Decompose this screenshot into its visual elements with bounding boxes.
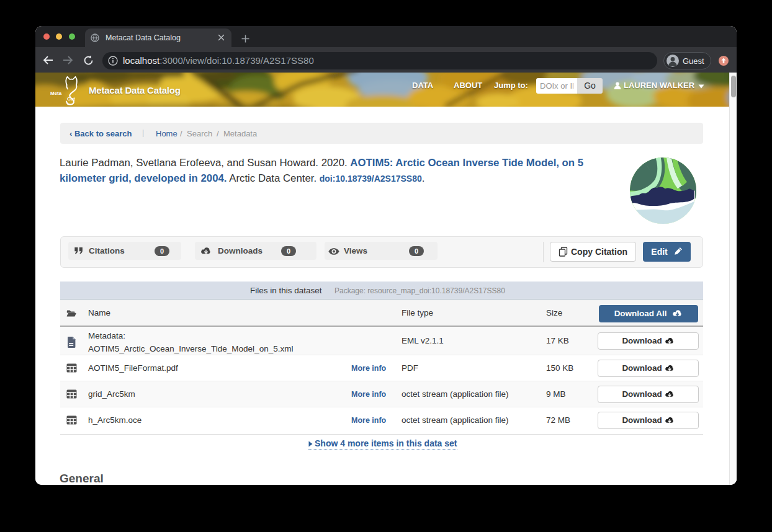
svg-text:Cat: Cat <box>67 96 75 102</box>
svg-text:Meta: Meta <box>50 91 62 96</box>
